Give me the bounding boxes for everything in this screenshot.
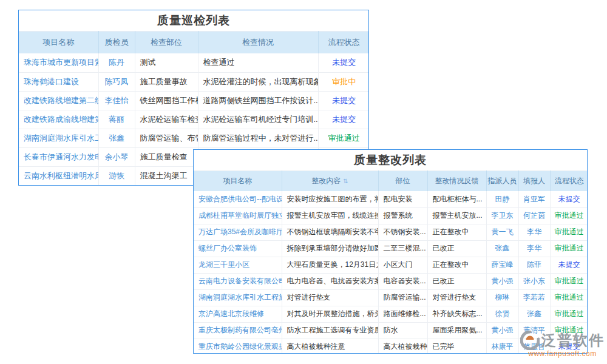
- cell-project[interactable]: 湖南洞庭湖水库引水工程施工I标: [194, 289, 282, 306]
- quality-rectification-card: 质量整改列表 项目名称整改内容⇅部位整改情况反馈指派人员填报人流程状态 安徽合肥…: [193, 149, 588, 354]
- cell-reporter[interactable]: 李若若: [518, 289, 550, 306]
- table-row: 改建铁路成渝线增建第...蒋丽水泥砼运输车检查水泥砼运输车司机经过专门培训...…: [19, 110, 369, 129]
- cell-project[interactable]: 京沪高速北京段维修: [194, 306, 282, 322]
- cell-status: 未提交: [550, 191, 588, 207]
- cell-project[interactable]: 改建铁路线增建第二线...: [19, 91, 98, 110]
- header-row: 项目名称整改内容⇅部位整改情况反馈指派人员填报人流程状态: [194, 171, 588, 192]
- cell-part: 测试: [135, 53, 198, 72]
- table-row: 改建铁路线增建第二线...李佳怡铁丝网围挡工作检查道路两侧铁丝网围挡工作按设计.…: [19, 91, 369, 110]
- cell-reporter[interactable]: 李华: [518, 240, 550, 257]
- cell-content: 对管进行垫支: [282, 289, 378, 306]
- cell-inspector[interactable]: 陈丹: [98, 53, 135, 72]
- cell-assignee[interactable]: 黄一飞: [486, 224, 518, 240]
- cell-situation: 水泥砼运输车司机经过专门培训...: [198, 110, 318, 129]
- cell-content: 防水工程施工选调有专业资质...: [282, 322, 378, 339]
- col-header-inspector: 质检员: [98, 32, 135, 54]
- watermark-url: www.fanpusoft.com: [520, 349, 605, 358]
- cell-project[interactable]: 湖南洞庭湖水库引水工...: [19, 129, 98, 147]
- cell-assignee[interactable]: 张鑫: [486, 240, 518, 257]
- table-row: 云南电力设备安装有限公司20...电力电容器、电抗器安装方案,...电容器安装.…: [194, 273, 588, 289]
- cell-content: 电力电容器、电抗器安装方案,...: [282, 273, 378, 289]
- cell-part: 高大植被栽种: [378, 339, 427, 354]
- cell-reporter[interactable]: 张小东: [518, 273, 550, 289]
- cell-inspector[interactable]: 游恢: [98, 166, 135, 185]
- cell-status: 审批中: [318, 72, 369, 91]
- cell-reporter[interactable]: 陈菲: [518, 257, 550, 273]
- cell-inspector[interactable]: 蒋丽: [98, 110, 135, 129]
- cell-assignee[interactable]: 田静: [486, 191, 518, 207]
- cell-project[interactable]: 珠海市城市更新项目紫...: [19, 53, 98, 72]
- fanpu-logo-icon: [520, 331, 540, 350]
- cell-project[interactable]: 万达广场35#会所及咖啡厅空...: [194, 224, 282, 240]
- cell-project[interactable]: 珠海鹤港口建设: [19, 72, 98, 91]
- cell-reporter[interactable]: 肖亚军: [518, 191, 550, 207]
- cell-content: 不锈钢边框玻璃隔断安装不牢...: [282, 224, 378, 240]
- cell-part: 铁丝网围挡工作检查: [135, 91, 198, 110]
- col-header-reporter: 填报人: [518, 171, 550, 192]
- cell-status: 未提交: [318, 110, 369, 129]
- cell-situation: 防腐管运输过程中，未对管进行...: [198, 129, 318, 147]
- cell-project[interactable]: 长春市伊通河水力发电...: [19, 147, 98, 166]
- cell-status: 审批通过: [550, 207, 588, 224]
- cell-reporter[interactable]: 李华: [518, 224, 550, 240]
- cell-assignee[interactable]: 柳琳: [486, 289, 518, 306]
- cell-inspector[interactable]: 张鑫: [98, 129, 135, 147]
- cell-feedback: 补齐缺失标志...: [427, 306, 486, 322]
- cell-reporter[interactable]: 何芷茵: [518, 207, 550, 224]
- cell-part: 混凝土沟渠工: [135, 166, 198, 185]
- cell-feedback: 报警主机安放...: [427, 207, 486, 224]
- cell-part: 水泥砼运输车检查: [135, 110, 198, 129]
- col-header-status: 流程状态: [318, 32, 369, 54]
- cell-content: 安装时应按施工图的布置，将...: [282, 191, 378, 207]
- cell-status: 未提交: [318, 91, 369, 110]
- cell-part: 防腐管运输、布管: [135, 129, 198, 147]
- cell-part: 电容器安装...: [378, 273, 427, 289]
- table-row: 万达广场35#会所及咖啡厅空...不锈钢边框玻璃隔断安装不牢...不锈钢安装..…: [194, 224, 588, 240]
- cell-project[interactable]: 云南电力设备安装有限公司20...: [194, 273, 282, 289]
- cell-part: 二至三楼混...: [378, 240, 427, 257]
- col-header-project: 项目名称: [19, 32, 98, 54]
- table-row: 湖南洞庭湖水库引水工程施工I标对管进行垫支防腐管运输...对管进行垫支柳琳李若若…: [194, 289, 588, 306]
- cell-situation: 水泥砼灌注的时候，出现离析现象: [198, 72, 318, 91]
- cell-project[interactable]: 螺丝厂办公室装饰: [194, 240, 282, 257]
- cell-assignee[interactable]: 薛宝峰: [486, 257, 518, 273]
- cell-assignee[interactable]: 黄小强: [486, 273, 518, 289]
- cell-project[interactable]: 改建铁路成渝线增建第...: [19, 110, 98, 129]
- cell-project[interactable]: 云南水利枢纽潜明水库...: [19, 166, 98, 185]
- cell-assignee[interactable]: 林康平: [486, 339, 518, 354]
- cell-assignee[interactable]: 黄小强: [486, 322, 518, 339]
- cell-inspector[interactable]: 余小琴: [98, 147, 135, 166]
- cell-part: 不锈钢安装...: [378, 224, 427, 240]
- cell-feedback: 已完毕: [427, 339, 486, 354]
- watermark-brand: 泛普软件: [541, 331, 605, 350]
- col-header-assignee: 指派人员: [486, 171, 518, 192]
- cell-inspector[interactable]: 李佳怡: [98, 91, 135, 110]
- cell-part: 施工质量事故: [135, 72, 198, 91]
- cell-status: 审批通过: [318, 129, 369, 147]
- rectification-table-title: 质量整改列表: [194, 150, 587, 170]
- col-header-content[interactable]: 整改内容⇅: [282, 171, 378, 192]
- cell-project[interactable]: 龙湖三千里小区: [194, 257, 282, 273]
- cell-content: 拆除到承重墙部分请做好加固...: [282, 240, 378, 257]
- cell-feedback: 对管进行垫支: [427, 289, 486, 306]
- inspection-table-title: 质量巡检列表: [19, 10, 368, 31]
- col-header-status: 流程状态: [550, 171, 588, 192]
- cell-project[interactable]: 重庆市鹅岭公园绿化景观提升...: [194, 339, 282, 354]
- col-header-feedback: 整改情况反馈: [427, 171, 486, 192]
- cell-project[interactable]: 重庆太极制药有限公司亳州中...: [194, 322, 282, 339]
- table-row: 安徽合肥供电公司--配电设备...安装时应按施工图的布置，将...配电安装配电柜…: [194, 191, 588, 207]
- col-header-project: 项目名称: [194, 171, 282, 192]
- cell-project[interactable]: 安徽合肥供电公司--配电设备...: [194, 191, 282, 207]
- cell-assignee[interactable]: 徐贤: [486, 306, 518, 322]
- cell-reporter[interactable]: 张鑫: [518, 306, 550, 322]
- cell-inspector[interactable]: 陈巧凤: [98, 72, 135, 91]
- cell-part: 防水: [378, 322, 427, 339]
- cell-status: 审批通过: [550, 289, 588, 306]
- cell-project[interactable]: 成都杜甫草堂临时展厅独立展...: [194, 207, 282, 224]
- table-row: 龙湖三千里小区大理石质量更换，12月31日之...小区大门正在整改中薛宝峰陈菲未…: [194, 257, 588, 273]
- cell-part: 防腐管运输...: [378, 289, 427, 306]
- col-header-part: 检查部位: [135, 32, 198, 54]
- cell-status: 未提交: [550, 257, 588, 273]
- cell-assignee[interactable]: 李卫东: [486, 207, 518, 224]
- sort-icon[interactable]: ⇅: [343, 178, 348, 184]
